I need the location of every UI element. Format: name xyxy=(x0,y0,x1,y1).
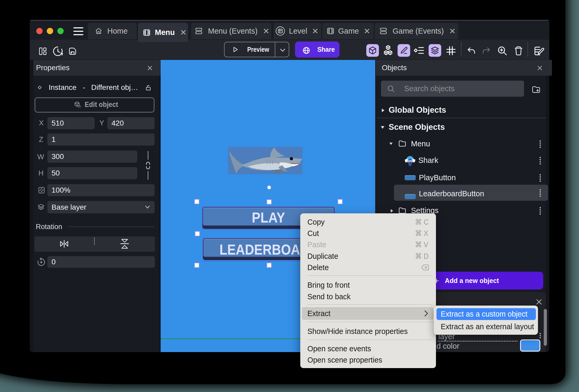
svg-text:2D: 2D xyxy=(78,105,81,108)
